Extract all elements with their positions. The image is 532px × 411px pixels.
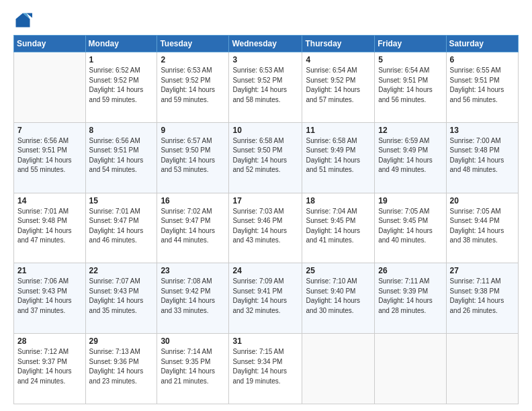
day-info: Sunrise: 7:01 AM Sunset: 9:48 PM Dayligh… <box>17 207 82 246</box>
day-info: Sunrise: 7:11 AM Sunset: 9:39 PM Dayligh… <box>378 277 442 316</box>
day-info: Sunrise: 6:54 AM Sunset: 9:51 PM Dayligh… <box>378 66 442 105</box>
calendar-cell: 13Sunrise: 7:00 AM Sunset: 9:48 PM Dayli… <box>446 122 518 193</box>
week-row-4: 21Sunrise: 7:06 AM Sunset: 9:43 PM Dayli… <box>14 263 519 334</box>
day-number: 13 <box>450 126 515 135</box>
day-number: 27 <box>450 266 515 275</box>
day-number: 30 <box>161 336 225 346</box>
weekday-header-thursday: Thursday <box>302 36 375 52</box>
weekday-header-friday: Friday <box>375 36 446 52</box>
day-number: 8 <box>89 126 154 135</box>
calendar-cell: 19Sunrise: 7:05 AM Sunset: 9:45 PM Dayli… <box>375 193 446 263</box>
calendar-cell: 31Sunrise: 7:15 AM Sunset: 9:34 PM Dayli… <box>229 334 302 404</box>
day-number: 26 <box>378 266 442 275</box>
weekday-header-monday: Monday <box>85 36 157 52</box>
page: SundayMondayTuesdayWednesdayThursdayFrid… <box>0 0 532 411</box>
day-number: 14 <box>17 196 82 205</box>
calendar-cell: 24Sunrise: 7:09 AM Sunset: 9:41 PM Dayli… <box>229 263 302 334</box>
day-number: 29 <box>89 336 154 346</box>
week-row-3: 14Sunrise: 7:01 AM Sunset: 9:48 PM Dayli… <box>14 193 519 263</box>
calendar-cell <box>446 334 518 404</box>
calendar-cell: 4Sunrise: 6:54 AM Sunset: 9:52 PM Daylig… <box>302 52 375 123</box>
logo <box>13 11 35 30</box>
day-info: Sunrise: 7:15 AM Sunset: 9:34 PM Dayligh… <box>232 347 298 386</box>
day-number: 28 <box>17 336 82 346</box>
day-info: Sunrise: 7:10 AM Sunset: 9:40 PM Dayligh… <box>306 277 371 316</box>
calendar-cell: 12Sunrise: 6:59 AM Sunset: 9:49 PM Dayli… <box>375 122 446 193</box>
day-info: Sunrise: 6:53 AM Sunset: 9:52 PM Dayligh… <box>232 66 298 105</box>
day-number: 15 <box>89 196 154 205</box>
calendar-cell <box>14 52 86 123</box>
calendar-cell: 9Sunrise: 6:57 AM Sunset: 9:50 PM Daylig… <box>157 122 229 193</box>
calendar-cell: 6Sunrise: 6:55 AM Sunset: 9:51 PM Daylig… <box>446 52 518 123</box>
day-number: 17 <box>232 196 298 205</box>
weekday-header-saturday: Saturday <box>446 36 518 52</box>
day-info: Sunrise: 7:01 AM Sunset: 9:47 PM Dayligh… <box>89 207 154 246</box>
day-number: 7 <box>17 126 82 135</box>
day-number: 16 <box>161 196 225 205</box>
calendar-cell: 20Sunrise: 7:05 AM Sunset: 9:44 PM Dayli… <box>446 193 518 263</box>
calendar-cell: 15Sunrise: 7:01 AM Sunset: 9:47 PM Dayli… <box>85 193 157 263</box>
calendar-cell: 2Sunrise: 6:53 AM Sunset: 9:52 PM Daylig… <box>157 52 229 123</box>
header <box>13 11 519 30</box>
day-info: Sunrise: 7:05 AM Sunset: 9:44 PM Dayligh… <box>450 207 515 246</box>
day-info: Sunrise: 7:08 AM Sunset: 9:42 PM Dayligh… <box>161 277 225 316</box>
logo-icon <box>13 11 32 30</box>
day-number: 31 <box>232 336 298 346</box>
svg-marker-0 <box>16 13 30 28</box>
day-info: Sunrise: 7:12 AM Sunset: 9:37 PM Dayligh… <box>17 347 82 386</box>
day-info: Sunrise: 6:55 AM Sunset: 9:51 PM Dayligh… <box>450 66 515 105</box>
day-info: Sunrise: 7:06 AM Sunset: 9:43 PM Dayligh… <box>17 277 82 316</box>
calendar-cell: 5Sunrise: 6:54 AM Sunset: 9:51 PM Daylig… <box>375 52 446 123</box>
calendar-cell: 21Sunrise: 7:06 AM Sunset: 9:43 PM Dayli… <box>14 263 86 334</box>
calendar-cell: 26Sunrise: 7:11 AM Sunset: 9:39 PM Dayli… <box>375 263 446 334</box>
day-info: Sunrise: 7:04 AM Sunset: 9:45 PM Dayligh… <box>306 207 371 246</box>
calendar-cell: 29Sunrise: 7:13 AM Sunset: 9:36 PM Dayli… <box>85 334 157 404</box>
day-info: Sunrise: 6:59 AM Sunset: 9:49 PM Dayligh… <box>378 136 442 175</box>
day-info: Sunrise: 6:57 AM Sunset: 9:50 PM Dayligh… <box>161 136 225 175</box>
day-info: Sunrise: 7:13 AM Sunset: 9:36 PM Dayligh… <box>89 347 154 386</box>
calendar-cell <box>302 334 375 404</box>
day-number: 18 <box>306 196 371 205</box>
calendar-cell: 10Sunrise: 6:58 AM Sunset: 9:50 PM Dayli… <box>229 122 302 193</box>
calendar-cell: 23Sunrise: 7:08 AM Sunset: 9:42 PM Dayli… <box>157 263 229 334</box>
day-info: Sunrise: 6:56 AM Sunset: 9:51 PM Dayligh… <box>17 136 82 175</box>
day-info: Sunrise: 7:02 AM Sunset: 9:47 PM Dayligh… <box>161 207 225 246</box>
day-info: Sunrise: 6:53 AM Sunset: 9:52 PM Dayligh… <box>161 66 225 105</box>
calendar-cell: 16Sunrise: 7:02 AM Sunset: 9:47 PM Dayli… <box>157 193 229 263</box>
week-row-1: 1Sunrise: 6:52 AM Sunset: 9:52 PM Daylig… <box>14 52 519 123</box>
calendar: SundayMondayTuesdayWednesdayThursdayFrid… <box>13 35 519 404</box>
day-info: Sunrise: 7:11 AM Sunset: 9:38 PM Dayligh… <box>450 277 515 316</box>
day-number: 1 <box>89 55 154 64</box>
weekday-header-tuesday: Tuesday <box>157 36 229 52</box>
week-row-2: 7Sunrise: 6:56 AM Sunset: 9:51 PM Daylig… <box>14 122 519 193</box>
day-number: 9 <box>161 126 225 135</box>
day-info: Sunrise: 6:52 AM Sunset: 9:52 PM Dayligh… <box>89 66 154 105</box>
day-info: Sunrise: 7:09 AM Sunset: 9:41 PM Dayligh… <box>232 277 298 316</box>
calendar-cell: 17Sunrise: 7:03 AM Sunset: 9:46 PM Dayli… <box>229 193 302 263</box>
calendar-cell: 11Sunrise: 6:58 AM Sunset: 9:49 PM Dayli… <box>302 122 375 193</box>
calendar-cell: 28Sunrise: 7:12 AM Sunset: 9:37 PM Dayli… <box>14 334 86 404</box>
day-info: Sunrise: 7:00 AM Sunset: 9:48 PM Dayligh… <box>450 136 515 175</box>
day-number: 23 <box>161 266 225 275</box>
day-info: Sunrise: 7:03 AM Sunset: 9:46 PM Dayligh… <box>232 207 298 246</box>
calendar-cell: 3Sunrise: 6:53 AM Sunset: 9:52 PM Daylig… <box>229 52 302 123</box>
day-number: 11 <box>306 126 371 135</box>
day-info: Sunrise: 6:56 AM Sunset: 9:51 PM Dayligh… <box>89 136 154 175</box>
calendar-cell: 30Sunrise: 7:14 AM Sunset: 9:35 PM Dayli… <box>157 334 229 404</box>
day-info: Sunrise: 7:07 AM Sunset: 9:43 PM Dayligh… <box>89 277 154 316</box>
day-number: 3 <box>232 55 298 64</box>
day-number: 12 <box>378 126 442 135</box>
calendar-cell <box>375 334 446 404</box>
day-number: 25 <box>306 266 371 275</box>
day-number: 24 <box>232 266 298 275</box>
calendar-cell: 1Sunrise: 6:52 AM Sunset: 9:52 PM Daylig… <box>85 52 157 123</box>
calendar-cell: 8Sunrise: 6:56 AM Sunset: 9:51 PM Daylig… <box>85 122 157 193</box>
week-row-5: 28Sunrise: 7:12 AM Sunset: 9:37 PM Dayli… <box>14 334 519 404</box>
weekday-header-sunday: Sunday <box>14 36 86 52</box>
day-info: Sunrise: 6:54 AM Sunset: 9:52 PM Dayligh… <box>306 66 371 105</box>
weekday-header-row: SundayMondayTuesdayWednesdayThursdayFrid… <box>14 36 519 52</box>
day-number: 10 <box>232 126 298 135</box>
calendar-cell: 7Sunrise: 6:56 AM Sunset: 9:51 PM Daylig… <box>14 122 86 193</box>
day-number: 20 <box>450 196 515 205</box>
day-number: 21 <box>17 266 82 275</box>
